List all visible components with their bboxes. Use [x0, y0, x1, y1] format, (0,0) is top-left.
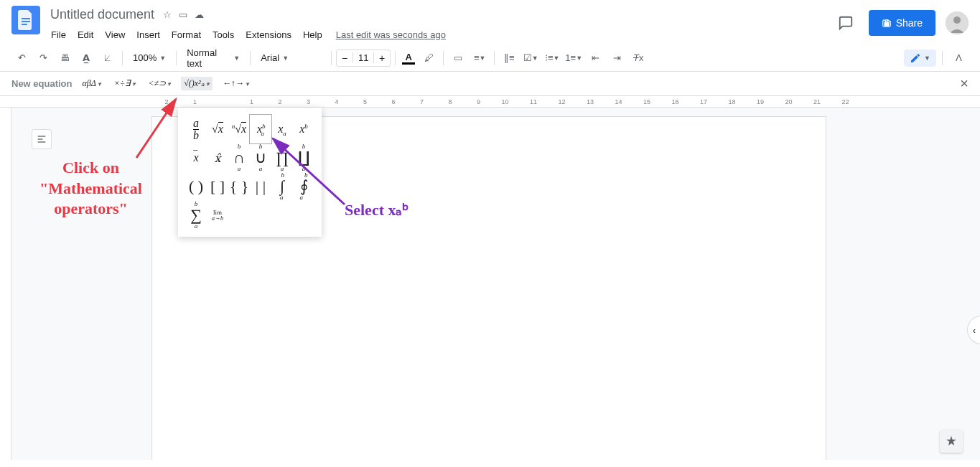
editing-mode-button[interactable]: ▼	[904, 49, 936, 67]
math-cell-sum[interactable]: b∑a	[185, 201, 207, 230]
docs-logo[interactable]	[11, 6, 40, 34]
svg-rect-3	[884, 22, 889, 27]
menu-edit[interactable]: Edit	[73, 27, 98, 43]
clear-format-button[interactable]: Tx	[628, 48, 648, 68]
math-cell-coprod[interactable]: b∐a	[293, 143, 314, 172]
math-cell-subsuper[interactable]: xba	[250, 115, 271, 143]
math-cell-bigcup[interactable]: b∪a	[250, 143, 271, 172]
menu-extensions[interactable]: Extensions	[241, 27, 297, 43]
font-size-control: − 11 +	[336, 49, 391, 67]
header-bar: Untitled document ☆ ▭ ☁ File Edit View I…	[0, 0, 980, 44]
checklist-button[interactable]: ☑▼	[521, 48, 541, 68]
arrows-dropdown[interactable]: ←↑→ ▾	[220, 77, 252, 90]
explore-button[interactable]	[940, 430, 963, 453]
text-color-button[interactable]: A	[400, 52, 417, 65]
new-equation-button[interactable]: New equation	[11, 78, 73, 89]
svg-rect-1	[22, 21, 30, 22]
share-label: Share	[896, 17, 923, 29]
math-cell-hat[interactable]: x̂	[207, 143, 228, 172]
svg-point-5	[953, 16, 961, 24]
increase-indent-button[interactable]: ⇥	[607, 48, 627, 68]
misc-operations-dropdown[interactable]: ×÷∃ ▾	[111, 77, 139, 90]
share-button[interactable]: Share	[869, 10, 935, 36]
print-button[interactable]: 🖶	[55, 48, 75, 68]
horizontal-ruler[interactable]: 2112345678910111213141516171819202122	[0, 96, 980, 108]
math-cell-prod[interactable]: b∏a	[271, 143, 293, 172]
user-avatar[interactable]	[946, 11, 969, 34]
math-operators-popup: ab√xn√xxbaxaxbx‾x̂b∩ab∪ab∏ab∐a( )[ ]{ }|…	[178, 108, 322, 237]
math-cell-sqrt[interactable]: √x	[207, 115, 228, 143]
document-outline-button[interactable]	[32, 129, 52, 149]
style-select[interactable]: Normal text▼	[181, 48, 246, 68]
font-size-minus[interactable]: −	[337, 52, 353, 64]
highlight-button[interactable]: 🖊	[419, 48, 439, 68]
math-cell-nth-root[interactable]: n√x	[228, 115, 250, 143]
math-cell-fraction[interactable]: ab	[185, 115, 207, 143]
font-select[interactable]: Arial▼	[255, 48, 327, 68]
move-icon[interactable]: ▭	[179, 9, 187, 20]
menu-file[interactable]: File	[46, 27, 71, 43]
math-cell-integral[interactable]: b∫a	[271, 172, 293, 201]
zoom-select[interactable]: 100%▼	[127, 48, 172, 68]
menu-insert[interactable]: Insert	[131, 27, 165, 43]
math-operators-dropdown[interactable]: √()x²ₐ ▾	[181, 77, 213, 90]
hide-menus-button[interactable]: ᐱ	[948, 48, 969, 68]
annotation-red: Click on "Mathematical operators"	[39, 158, 142, 220]
comments-button[interactable]	[833, 10, 859, 36]
main-toolbar: ↶ ↷ 🖶 A̲ ⟀ 100%▼ Normal text▼ Arial▼ − 1…	[0, 44, 980, 72]
workspace	[0, 108, 980, 460]
math-cell-contour[interactable]: b∮a	[293, 172, 314, 201]
math-cell-brackets[interactable]: [ ]	[207, 172, 228, 201]
paint-format-button[interactable]: ⟀	[98, 48, 118, 68]
menu-help[interactable]: Help	[298, 27, 327, 43]
math-cell-subscript[interactable]: xa	[271, 115, 293, 143]
math-cell-superscript[interactable]: xb	[293, 115, 314, 143]
menu-bar: File Edit View Insert Format Tools Exten…	[46, 24, 833, 44]
math-cell-limit[interactable]: lima→b	[207, 201, 228, 230]
math-cell-bigcap[interactable]: b∩a	[228, 143, 250, 172]
numbered-list-button[interactable]: 1≡▼	[564, 48, 584, 68]
math-cell-bar[interactable]: x‾	[185, 143, 207, 172]
font-size-value[interactable]: 11	[353, 52, 374, 63]
math-cell-braces[interactable]: { }	[228, 172, 250, 201]
bulleted-list-button[interactable]: ⁝≡▼	[542, 48, 562, 68]
insert-image-button[interactable]: ▭	[448, 48, 468, 68]
math-cell-abs[interactable]: | |	[250, 172, 271, 201]
svg-rect-0	[22, 18, 30, 19]
spellcheck-button[interactable]: A̲	[76, 48, 96, 68]
annotation-purple: Select xₐᵇ	[345, 201, 409, 220]
align-button[interactable]: ≡▼	[470, 48, 490, 68]
close-equation-toolbar[interactable]: ×	[960, 75, 969, 92]
cloud-icon[interactable]: ☁	[195, 9, 204, 20]
math-cell-parens[interactable]: ( )	[185, 172, 207, 201]
title-area: Untitled document ☆ ▭ ☁ File Edit View I…	[46, 6, 833, 44]
last-edit-link[interactable]: Last edit was seconds ago	[336, 29, 446, 40]
menu-format[interactable]: Format	[167, 27, 206, 43]
menu-tools[interactable]: Tools	[207, 27, 239, 43]
svg-rect-2	[22, 24, 27, 25]
line-spacing-button[interactable]: ‖≡	[499, 48, 519, 68]
greek-letters-dropdown[interactable]: αβΔ ▾	[80, 77, 104, 90]
equation-toolbar: New equation αβΔ ▾ ×÷∃ ▾ <≠⊃ ▾ √()x²ₐ ▾ …	[0, 72, 980, 96]
font-size-plus[interactable]: +	[374, 52, 390, 64]
document-title[interactable]: Untitled document	[46, 6, 159, 24]
redo-button[interactable]: ↷	[33, 48, 53, 68]
decrease-indent-button[interactable]: ⇤	[585, 48, 605, 68]
menu-view[interactable]: View	[100, 27, 130, 43]
star-icon[interactable]: ☆	[163, 9, 172, 20]
undo-button[interactable]: ↶	[11, 48, 32, 68]
vertical-ruler[interactable]	[0, 108, 11, 460]
relations-dropdown[interactable]: <≠⊃ ▾	[146, 77, 174, 90]
